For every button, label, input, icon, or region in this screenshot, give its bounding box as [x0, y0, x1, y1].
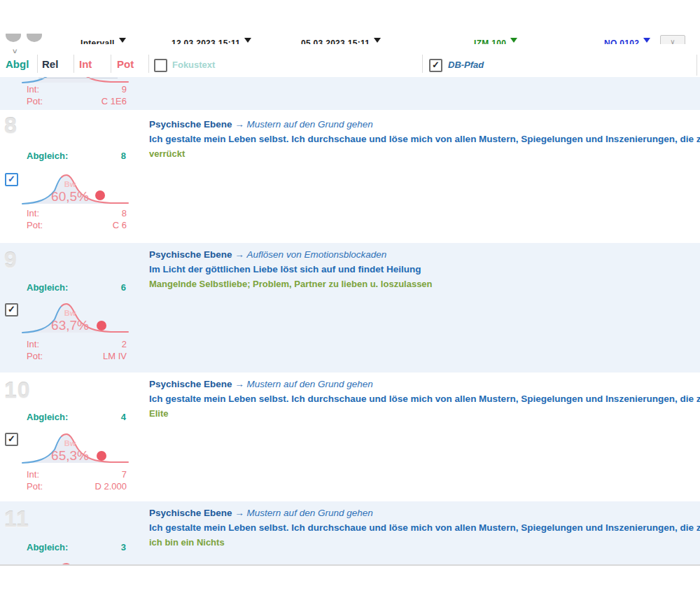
item-affirmation: Im Licht der göttlichen Liebe löst sich …	[149, 262, 433, 277]
pot-label: Pot:	[27, 351, 43, 361]
item-number: 8	[4, 113, 18, 139]
abgleich-value: 6	[121, 282, 126, 293]
percent-value: 60,5%	[51, 189, 89, 204]
item-category: Mustern auf den Grund gehen	[247, 379, 373, 389]
dropdown-arrow-icon	[643, 38, 650, 43]
curve-clip-edge	[38, 78, 118, 78]
date-to-dropdown[interactable]: 05.03.2023 15:11	[301, 34, 381, 44]
item-title: Psychische Ebene	[149, 379, 232, 389]
nav-back-icon[interactable]	[6, 34, 21, 42]
bw-label: Bw	[64, 180, 76, 188]
int-value: 7	[122, 469, 127, 480]
tab-separator	[148, 55, 149, 73]
item-keyword: ich bin ein Nichts	[149, 535, 700, 550]
item-number: 9	[4, 247, 18, 273]
no-dropdown[interactable]: NO 0102	[604, 34, 650, 44]
item-keyword: verrückt	[149, 146, 700, 161]
tab-separator	[111, 55, 111, 73]
abgleich-label: Abgleich:	[27, 151, 68, 161]
item-number: 10	[4, 377, 31, 403]
item-checkbox[interactable]: ✓	[5, 173, 18, 186]
db-pfad-label: DB-Pfad	[448, 60, 484, 70]
result-list: Int: 9 Pot: C 1E6 8 Abgleich: 8 ✓ Bw 60,…	[0, 77, 700, 564]
bw-label: Bw	[64, 309, 76, 317]
bell-curve-chart: Bw 65,3%	[21, 429, 130, 466]
item-checkbox[interactable]: ✓	[5, 433, 18, 446]
tab-rel[interactable]: Rel	[42, 58, 58, 70]
abgleich-label: Abgleich:	[27, 282, 68, 293]
abgleich-value: 4	[121, 412, 126, 422]
arrow-icon: →	[234, 119, 244, 130]
tab-bar: ˅ Abgl Rel Int Pot Fokustext ✓ DB-Pfad	[0, 53, 700, 77]
list-item[interactable]: 11 Abgleich: 3 Psychische Ebene → Muster…	[0, 501, 700, 564]
int-label: Int:	[27, 84, 39, 95]
int-value: 2	[122, 339, 127, 349]
item-keyword: Elite	[149, 406, 700, 421]
int-label: Int:	[27, 208, 39, 218]
item-keyword: Mangelnde Selbstliebe; Problem, Partner …	[149, 277, 433, 291]
date-from-dropdown-label: 12.03.2023 15:11	[172, 39, 240, 44]
tab-separator	[37, 55, 38, 73]
int-label: Int:	[27, 339, 39, 349]
list-item[interactable]: 8 Abgleich: 8 ✓ Bw 60,5% Int: 8 Pot: C 6	[0, 110, 700, 243]
marker-dot	[95, 190, 105, 200]
item-category: Auflösen von Emotionsblockaden	[247, 249, 387, 260]
item-affirmation: Ich gestalte mein Leben selbst. Ich durc…	[149, 391, 700, 406]
tab-separator	[422, 55, 423, 73]
pot-label: Pot:	[27, 96, 43, 106]
tab-separator	[74, 55, 74, 73]
item-number: 11	[4, 506, 29, 532]
item-checkbox[interactable]: ✓	[5, 303, 18, 317]
date-to-dropdown-label: 05.03.2023 15:11	[301, 39, 370, 44]
dropdown-arrow-icon	[244, 38, 251, 43]
pot-value: LM IV	[103, 351, 127, 361]
percent-value: 65,3%	[51, 448, 89, 463]
list-item[interactable]: 10 Abgleich: 4 ✓ Bw 65,3% Int: 7 Pot: D …	[0, 373, 700, 501]
izm-dropdown-label: IZM 100	[474, 39, 506, 44]
arrow-icon: →	[234, 508, 244, 518]
int-label: Int:	[27, 469, 39, 480]
int-value: 9	[122, 84, 127, 95]
marker-dot	[97, 451, 106, 461]
int-value: 8	[122, 208, 127, 218]
date-from-dropdown[interactable]: 12.03.2023 15:11	[172, 34, 251, 44]
tab-int[interactable]: Int	[79, 58, 92, 70]
db-pfad-checkbox[interactable]: ✓	[429, 59, 442, 72]
dropdown-arrow-icon	[510, 38, 517, 43]
abgleich-value: 3	[121, 542, 126, 552]
izm-dropdown[interactable]: IZM 100	[474, 34, 517, 44]
dropdown-arrow-icon	[374, 38, 381, 43]
list-bottom-border	[0, 564, 700, 566]
pot-value: C 6	[113, 220, 127, 230]
abgleich-value: 8	[121, 151, 126, 161]
abgleich-label: Abgleich:	[27, 542, 68, 552]
tab-abgl[interactable]: Abgl	[6, 58, 29, 70]
bell-curve-chart: Bw 60,5%	[21, 170, 130, 207]
tab-pot[interactable]: Pot	[117, 58, 134, 70]
list-item[interactable]: 9 Abgleich: 6 ✓ Bw 63,7% Int: 2 Pot: LM …	[0, 243, 700, 373]
bw-label: Bw	[64, 439, 76, 447]
chevron-down-icon[interactable]: ˅	[13, 47, 17, 55]
bell-curve-chart: Bw 63,7%	[21, 299, 130, 335]
top-toolbar: Intervall 12.03.2023 15:11 05.03.2023 15…	[0, 34, 700, 44]
arrow-icon: →	[234, 249, 244, 260]
item-affirmation: Ich gestalte mein Leben selbst. Ich durc…	[149, 520, 700, 535]
list-item[interactable]: Int: 9 Pot: C 1E6	[0, 77, 700, 110]
abgleich-label: Abgleich:	[27, 412, 68, 422]
marker-dot	[97, 321, 106, 331]
mini-dropdown-button[interactable]: ∨	[660, 35, 685, 44]
fokustext-label: Fokustext	[172, 60, 215, 70]
interval-dropdown-label: Intervall	[80, 39, 115, 44]
interval-dropdown[interactable]: Intervall	[80, 34, 126, 44]
pot-value: C 1E6	[102, 96, 127, 106]
nav-forward-icon[interactable]	[27, 34, 42, 42]
fokustext-checkbox[interactable]	[154, 59, 167, 72]
bell-curve-chart	[21, 559, 130, 564]
pot-label: Pot:	[27, 481, 43, 492]
item-title: Psychische Ebene	[149, 119, 232, 130]
item-title: Psychische Ebene	[149, 249, 232, 260]
item-category: Mustern auf den Grund gehen	[247, 119, 373, 130]
pot-label: Pot:	[27, 220, 43, 230]
pot-value: D 2.000	[94, 481, 127, 492]
item-category: Mustern auf den Grund gehen	[247, 508, 373, 518]
